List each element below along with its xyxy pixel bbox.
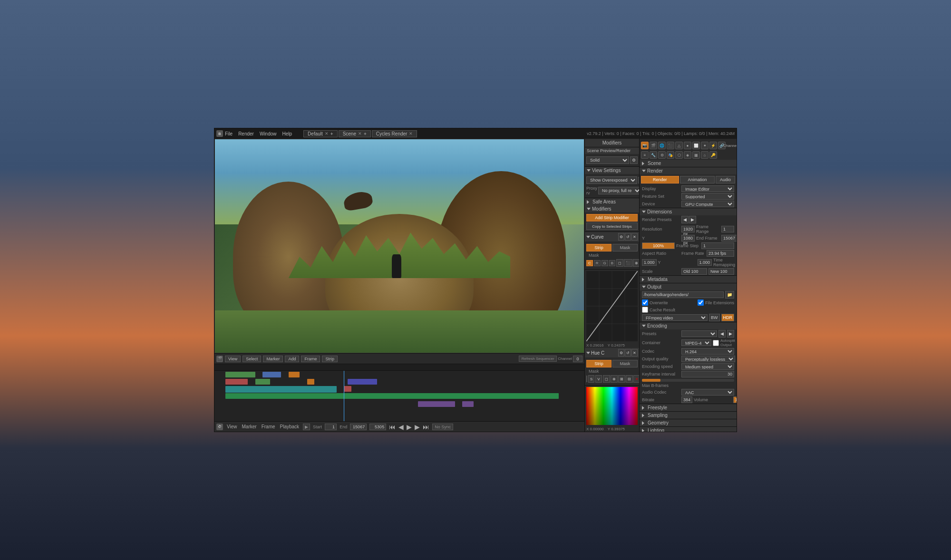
toolbar-add-btn[interactable]: Add bbox=[285, 356, 299, 362]
render-particle-icon[interactable]: ✦ bbox=[701, 142, 708, 149]
presets-prev-btn[interactable]: ◀ bbox=[681, 216, 689, 223]
render-btn[interactable]: Render bbox=[641, 176, 679, 183]
next-frame-btn[interactable]: ▶ bbox=[415, 423, 420, 431]
enc-presets-next[interactable]: ▶ bbox=[727, 330, 734, 338]
curve-strip-btn[interactable]: Strip bbox=[586, 244, 611, 251]
icon-2-6[interactable]: ◈ bbox=[684, 151, 691, 159]
aspect-y[interactable]: 1.000 bbox=[698, 259, 712, 266]
render-texture-icon[interactable]: ⬜ bbox=[692, 142, 700, 149]
curve-tool-3[interactable]: ⊕ bbox=[633, 259, 639, 267]
hue-mask-btn[interactable]: Mask bbox=[612, 360, 638, 367]
metadata-header[interactable]: Metadata bbox=[640, 276, 737, 283]
clip-2a[interactable] bbox=[225, 379, 248, 385]
color-wheel[interactable] bbox=[586, 387, 638, 425]
menu-window[interactable]: Window bbox=[260, 131, 277, 136]
clip-5b[interactable] bbox=[462, 401, 473, 407]
icon-2-4[interactable]: 🎭 bbox=[667, 151, 674, 159]
playback-mode[interactable]: ▶ bbox=[303, 424, 310, 430]
render-camera-icon[interactable]: 📷 bbox=[641, 142, 649, 149]
copy-to-selected-btn[interactable]: Copy to Selected Strips bbox=[586, 222, 638, 230]
encoding-header[interactable]: Encoding bbox=[640, 322, 737, 329]
prev-frame-btn[interactable]: ◀ bbox=[398, 423, 404, 431]
animation-btn[interactable]: Animation bbox=[680, 176, 715, 183]
icon-2-1[interactable]: ≡ bbox=[641, 151, 649, 159]
icon-2-7[interactable]: ▦ bbox=[692, 151, 700, 159]
hdr-btn[interactable]: HDR bbox=[721, 314, 735, 321]
scene-header[interactable]: Scene bbox=[640, 160, 737, 167]
render-material-icon[interactable]: ● bbox=[684, 142, 691, 149]
icon-2-3[interactable]: ⚙ bbox=[658, 151, 666, 159]
tab-close-default[interactable]: ✕ bbox=[325, 131, 329, 136]
hue-options-btn[interactable]: ⚙ bbox=[618, 349, 624, 357]
fps-value[interactable]: 23.94 fps bbox=[707, 250, 734, 257]
playback-transport-btn[interactable]: Playback bbox=[279, 424, 301, 429]
volume-value[interactable]: 1.00 bbox=[733, 396, 737, 403]
view-settings-header[interactable]: View Settings bbox=[585, 167, 639, 174]
curve-reset-btn[interactable]: ↺ bbox=[625, 233, 631, 241]
res-x-value[interactable]: 1920 px bbox=[681, 226, 695, 232]
mode-dropdown[interactable]: Solid bbox=[586, 156, 629, 164]
timeline-tracks[interactable] bbox=[214, 371, 584, 421]
viewport[interactable] bbox=[214, 139, 584, 353]
channel-value[interactable]: 0 bbox=[573, 356, 582, 362]
end-value[interactable]: 15067 bbox=[350, 424, 367, 430]
output-quality-dropdown[interactable]: Perceptually lossless bbox=[681, 356, 735, 362]
geometry-header[interactable]: Geometry bbox=[640, 419, 737, 426]
modifiers-header[interactable]: Modifiers bbox=[585, 205, 639, 212]
ch-c-btn[interactable]: C bbox=[586, 260, 593, 266]
curve-options-btn[interactable]: ⚙ bbox=[618, 233, 624, 241]
mode-options-btn[interactable]: ⚙ bbox=[630, 156, 638, 164]
icon-2-2[interactable]: 🔧 bbox=[650, 151, 657, 159]
render-physics-icon[interactable]: ⚡ bbox=[709, 142, 717, 149]
clip-3a[interactable] bbox=[225, 386, 336, 393]
render-object-icon[interactable]: ⬛ bbox=[667, 142, 674, 149]
curve-display[interactable] bbox=[586, 271, 638, 341]
safe-areas-header[interactable]: Safe Areas bbox=[585, 198, 639, 205]
tab-scene[interactable]: Scene ✕ + bbox=[339, 130, 371, 137]
toolbar-select-btn[interactable]: Select bbox=[243, 356, 261, 362]
ch-r-btn[interactable]: R bbox=[594, 260, 601, 266]
bitrate-value[interactable]: 384 bbox=[681, 396, 692, 403]
icon-2-5[interactable]: ⬡ bbox=[675, 151, 683, 159]
proxy-dropdown[interactable]: No proxy, full re bbox=[598, 187, 639, 194]
toolbar-frame-btn[interactable]: Frame bbox=[301, 356, 320, 362]
codec-dropdown[interactable]: H.264 bbox=[681, 348, 734, 355]
encoding-speed-dropdown[interactable]: Medium speed bbox=[681, 363, 734, 370]
new-remap-value[interactable]: New 100 bbox=[708, 268, 734, 275]
clip-1b[interactable] bbox=[262, 372, 281, 377]
hue-tool-2[interactable]: ⊕ bbox=[611, 375, 618, 383]
freestyle-header[interactable]: Freestyle bbox=[640, 404, 737, 411]
clip-2c[interactable] bbox=[307, 379, 315, 385]
curve-tool-1[interactable]: ◻ bbox=[616, 259, 623, 267]
enc-presets-dropdown[interactable] bbox=[681, 330, 717, 337]
toolbar-view-btn[interactable]: View bbox=[225, 356, 241, 362]
format-dropdown[interactable]: FFmpeg video bbox=[642, 314, 708, 321]
device-dropdown[interactable]: GPU Compute bbox=[681, 201, 734, 207]
toolbar-strip-btn[interactable]: Strip bbox=[322, 356, 338, 362]
dimensions-header[interactable]: Dimensions bbox=[640, 208, 737, 215]
menu-render[interactable]: Render bbox=[238, 131, 254, 136]
view-transport-btn[interactable]: View bbox=[226, 424, 238, 429]
tab-close-cycles[interactable]: ✕ bbox=[409, 131, 413, 136]
marker-transport-btn[interactable]: Marker bbox=[241, 424, 258, 429]
hue-close-btn[interactable]: ✕ bbox=[631, 349, 638, 357]
sampling-header[interactable]: Sampling bbox=[640, 412, 737, 419]
res-y-value[interactable]: 1080 px bbox=[681, 235, 695, 241]
icon-2-9[interactable]: 🔑 bbox=[709, 151, 717, 159]
next-keyframe-btn[interactable]: ⏭ bbox=[423, 423, 429, 431]
tab-default[interactable]: Default ✕ + bbox=[303, 130, 338, 137]
audio-codec-dropdown[interactable]: AAC bbox=[681, 389, 734, 396]
clip-4a[interactable] bbox=[225, 393, 558, 399]
clip-3b[interactable] bbox=[344, 386, 351, 392]
frame-step-value[interactable]: 1 bbox=[701, 242, 734, 249]
add-strip-modifier-btn[interactable]: Add Strip Modifier bbox=[586, 214, 638, 222]
render-world-icon[interactable]: 🌐 bbox=[658, 142, 666, 149]
scene-preview-header[interactable]: Scene Preview/Render bbox=[585, 147, 639, 154]
render-scene-icon[interactable]: 🎬 bbox=[650, 142, 657, 149]
current-frame[interactable]: 5305 bbox=[369, 424, 386, 430]
clip-1a[interactable] bbox=[225, 372, 255, 377]
curve-tool-2[interactable]: ⬛ bbox=[624, 259, 632, 267]
clip-5a[interactable] bbox=[418, 401, 455, 407]
refresh-btn[interactable]: Refresh Sequencer bbox=[519, 356, 557, 362]
playhead[interactable] bbox=[344, 371, 344, 421]
